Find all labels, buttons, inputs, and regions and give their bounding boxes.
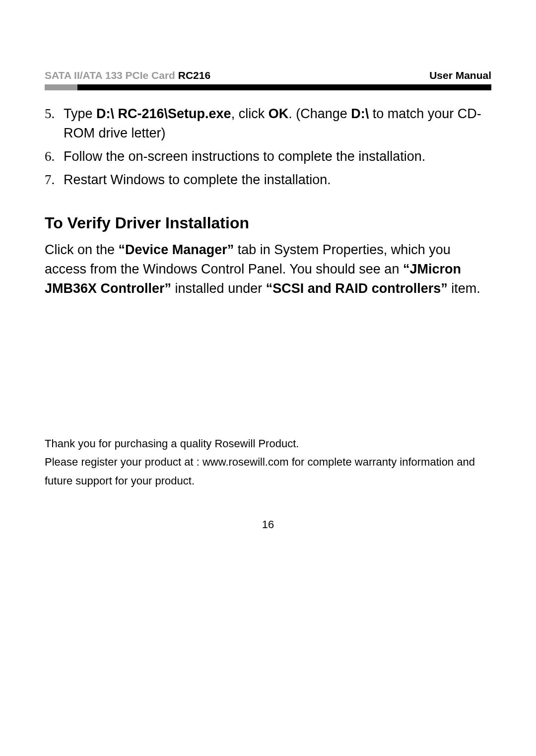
text-segment: , click — [231, 106, 268, 121]
text-segment: installed under — [171, 281, 266, 296]
text-segment: D:\ — [351, 106, 369, 121]
step-number: 7. — [45, 170, 64, 190]
text-segment: “Device Manager” — [119, 242, 234, 257]
footer-block: Thank you for purchasing a quality Rosew… — [45, 434, 491, 490]
step-7: 7.Restart Windows to complete the instal… — [45, 170, 491, 190]
steps-list: 5.Type D:\ RC-216\Setup.exe, click OK. (… — [45, 104, 491, 190]
text-segment: D:\ RC-216\Setup.exe — [96, 106, 231, 121]
product-line: SATA II/ATA 133 PCIe Card — [45, 69, 178, 81]
step-body: Type D:\ RC-216\Setup.exe, click OK. (Ch… — [64, 104, 491, 143]
text-segment: Type — [64, 106, 96, 121]
page-number: 16 — [0, 518, 536, 531]
text-segment: “SCSI and RAID controllers” — [266, 281, 448, 296]
step-body: Follow the on-screen instructions to com… — [64, 147, 491, 166]
text-segment: item. — [448, 281, 480, 296]
text-segment: OK — [268, 106, 289, 121]
step-5: 5.Type D:\ RC-216\Setup.exe, click OK. (… — [45, 104, 491, 143]
step-number: 6. — [45, 147, 64, 166]
step-body: Restart Windows to complete the installa… — [64, 170, 491, 190]
text-segment: Restart Windows to complete the installa… — [64, 172, 331, 187]
section-heading-verify: To Verify Driver Installation — [45, 214, 491, 232]
header-product: SATA II/ATA 133 PCIe Card RC216 — [45, 69, 210, 81]
header-rule-gray — [45, 84, 77, 90]
header-rule-black — [77, 84, 491, 90]
footer-line-2: Please register your product at : www.ro… — [45, 453, 491, 490]
text-segment: Follow the on-screen instructions to com… — [64, 149, 425, 164]
step-6: 6.Follow the on-screen instructions to c… — [45, 147, 491, 166]
text-segment: Click on the — [45, 242, 119, 257]
page-header: SATA II/ATA 133 PCIe Card RC216 User Man… — [45, 69, 491, 81]
verify-paragraph: Click on the “Device Manager” tab in Sys… — [45, 240, 491, 298]
header-doc-type: User Manual — [429, 69, 491, 81]
step-number: 5. — [45, 104, 64, 143]
footer-line-1: Thank you for purchasing a quality Rosew… — [45, 434, 491, 453]
product-model: RC216 — [178, 69, 210, 81]
header-rule — [45, 84, 491, 90]
text-segment: . (Change — [288, 106, 351, 121]
